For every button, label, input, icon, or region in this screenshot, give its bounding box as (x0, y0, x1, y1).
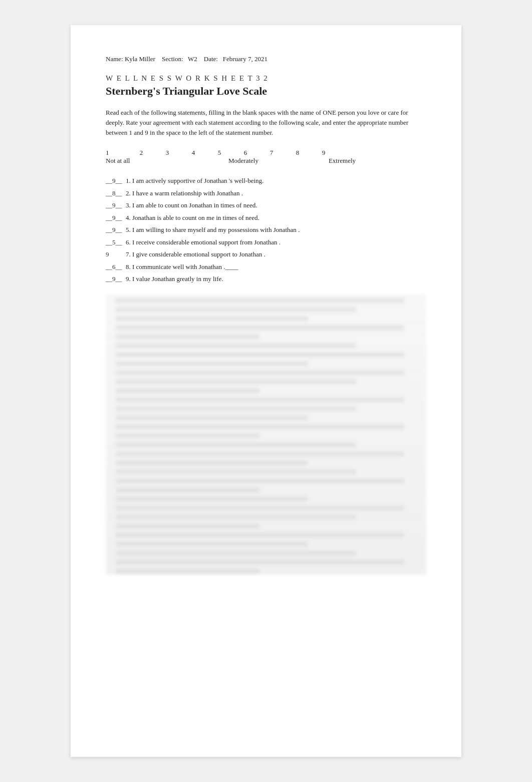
blurred-line-28 (116, 542, 308, 547)
statement-item: __9__3. I am able to count on Jonathan i… (106, 200, 426, 210)
blurred-line-31 (116, 569, 260, 574)
blurred-line-25 (116, 514, 356, 519)
statement-score: __9__ (106, 213, 126, 223)
statement-score: __5__ (106, 237, 126, 247)
statement-score: __9__ (106, 176, 126, 186)
title-section: W E L L N E S S W O R K S H E E T 3 2 St… (106, 74, 426, 98)
blurred-line-29 (116, 551, 356, 556)
blurred-content (106, 294, 426, 575)
statement-item: __9__4. Jonathan is able to count on me … (106, 213, 426, 223)
blurred-line-9 (116, 370, 404, 375)
statement-score: __9__ (106, 200, 126, 210)
blurred-line-17 (116, 442, 356, 447)
blurred-line-21 (116, 478, 404, 483)
statement-text: 3. I am able to count on Jonathan in tim… (126, 200, 426, 210)
blurred-line-4 (116, 325, 404, 330)
statement-text: 5. I am willing to share myself and my p… (126, 225, 426, 235)
blurred-line-6 (116, 343, 356, 348)
header-info: Name: Kyla Miller Section: W2 Date: Febr… (106, 55, 426, 63)
blurred-line-16 (116, 433, 260, 438)
date-value: February 7, 2021 (223, 55, 268, 63)
blurred-line-23 (116, 496, 308, 501)
blurred-line-3 (116, 316, 308, 321)
blurred-line-2 (116, 307, 356, 312)
statement-item: __6__8. I communicate well with Jonathan… (106, 262, 426, 272)
statement-text: 2. I have a warm relationship with Jonat… (126, 188, 426, 198)
statement-text: 7. I give considerable emotional support… (126, 249, 426, 259)
blurred-line-7 (116, 352, 404, 357)
scale-num-8: 8 (285, 149, 311, 157)
title-line1: W E L L N E S S W O R K S H E E T 3 2 (106, 74, 426, 83)
scale-num-5: 5 (206, 149, 232, 157)
statement-text: 6. I receive considerable emotional supp… (126, 237, 426, 247)
statements-list: __9__1. I am actively supportive of Jona… (106, 176, 426, 284)
instructions-text: Read each of the following statements, f… (106, 108, 426, 138)
date-label: Date: (204, 55, 218, 63)
statement-text: 9. I value Jonathan greatly in my life. (126, 274, 426, 284)
statement-item: __5__6. I receive considerable emotional… (106, 237, 426, 247)
statement-item: __9__1. I am actively supportive of Jona… (106, 176, 426, 186)
label-not-at-all: Not at all (106, 157, 146, 165)
blurred-line-8 (116, 361, 308, 366)
section-label: Section: (162, 55, 183, 63)
name-value: Kyla Miller (125, 55, 155, 63)
blurred-line-19 (116, 460, 308, 465)
blurred-line-20 (116, 469, 356, 474)
blurred-line-1 (116, 298, 404, 303)
scale-num-9: 9 (311, 149, 337, 157)
statement-score: 9 (106, 249, 126, 259)
statement-item: __8__2. I have a warm relationship with … (106, 188, 426, 198)
scale-numbers: 1 2 3 4 5 6 7 8 9 (106, 149, 426, 157)
blurred-line-11 (116, 388, 260, 393)
blurred-line-22 (116, 487, 260, 492)
label-moderately: Moderately (228, 157, 258, 165)
statement-text: 4. Jonathan is able to count on me in ti… (126, 213, 426, 223)
statement-text: 8. I communicate well with Jonathan .___… (126, 262, 426, 272)
blurred-line-18 (116, 451, 404, 456)
statement-score: __6__ (106, 262, 126, 272)
blurred-line-13 (116, 406, 356, 411)
scale-num-7: 7 (258, 149, 285, 157)
statement-score: __9__ (106, 225, 126, 235)
statement-item: __9__5. I am willing to share myself and… (106, 225, 426, 235)
statement-score: __8__ (106, 188, 126, 198)
worksheet-page: Name: Kyla Miller Section: W2 Date: Febr… (71, 25, 461, 757)
blurred-line-27 (116, 533, 404, 538)
blurred-line-12 (116, 397, 404, 402)
label-extremely: Extremely (329, 157, 356, 165)
title-line2: Sternberg's Triangular Love Scale (106, 85, 426, 98)
statement-text: 1. I am actively supportive of Jonathan … (126, 176, 426, 186)
statement-item: __9__9. I value Jonathan greatly in my l… (106, 274, 426, 284)
scale-num-6: 6 (232, 149, 258, 157)
blurred-line-15 (116, 424, 404, 429)
blurred-line-5 (116, 334, 260, 339)
scale-num-4: 4 (180, 149, 206, 157)
section-value: W2 (188, 55, 197, 63)
blurred-line-14 (116, 415, 308, 420)
blurred-line-24 (116, 505, 404, 510)
scale-num-3: 3 (154, 149, 180, 157)
scale-num-1: 1 (106, 149, 128, 157)
scale-row: 1 2 3 4 5 6 7 8 9 Not at all Moderately … (106, 149, 426, 165)
scale-labels: Not at all Moderately Extremely (106, 157, 426, 165)
name-label: Name: (106, 55, 123, 63)
blurred-line-10 (116, 379, 356, 384)
blurred-line-30 (116, 560, 404, 565)
blurred-line-26 (116, 524, 260, 529)
scale-num-2: 2 (128, 149, 154, 157)
statement-score: __9__ (106, 274, 126, 284)
statement-item: 9 7. I give considerable emotional suppo… (106, 249, 426, 259)
